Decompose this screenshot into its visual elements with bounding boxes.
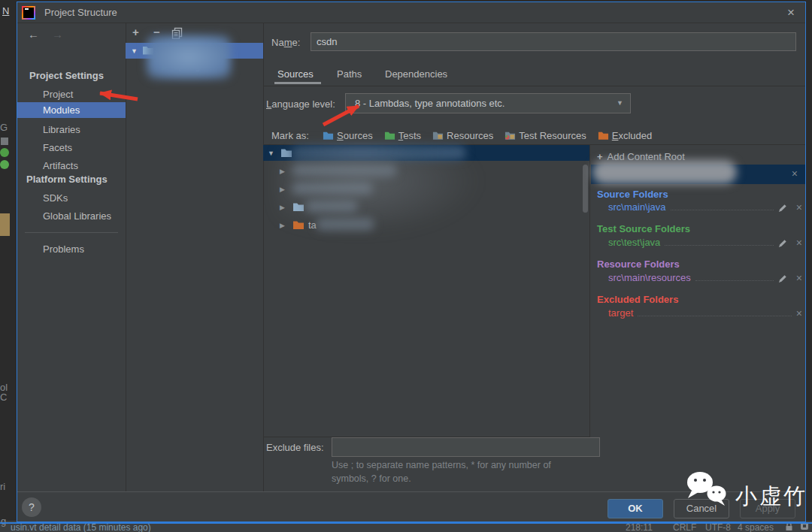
background-menu-fragment: N xyxy=(2,5,9,17)
background-fragment: g xyxy=(1,515,6,527)
test-source-folder-row[interactable]: src\test\java × xyxy=(608,237,802,248)
tab-dependencies[interactable]: Dependencies xyxy=(385,68,447,80)
expanded-icon[interactable]: ▼ xyxy=(268,150,274,157)
source-folder-path: src\main\java xyxy=(608,201,666,213)
sidebar-item-project[interactable]: Project xyxy=(17,86,126,102)
module-name-input[interactable] xyxy=(311,32,796,51)
resource-folders-title: Resource Folders xyxy=(597,258,680,270)
remove-folder-icon[interactable]: × xyxy=(796,202,802,213)
project-settings-heading: Project Settings xyxy=(29,70,104,81)
exclude-files-hint: symbols, ? for one. xyxy=(332,473,411,484)
tabs-divider xyxy=(263,86,805,86)
test-resources-folder-icon xyxy=(504,131,516,141)
settings-sidebar: ← → Project Settings Project Modules Lib… xyxy=(17,23,126,491)
sidebar-item-global-libraries[interactable]: Global Libraries xyxy=(17,208,126,224)
sidebar-divider xyxy=(25,232,118,233)
back-arrow-icon[interactable]: ← xyxy=(28,28,39,41)
test-source-folders-title: Test Source Folders xyxy=(597,223,690,234)
sidebar-item-libraries[interactable]: Libraries xyxy=(17,122,126,138)
edit-pencil-icon[interactable] xyxy=(778,274,787,283)
resource-folder-path: src\main\resources xyxy=(608,272,691,283)
selected-tab-underline xyxy=(274,82,321,84)
exclude-files-hint: Use ; to separate name patterns, * for a… xyxy=(332,460,551,470)
mark-as-sources[interactable]: Sources xyxy=(323,130,373,141)
content-root-tree: ▼ ▶ ▶ ▶ ▶ ta xyxy=(263,145,589,438)
window-focus-line xyxy=(0,522,812,524)
mark-as-excluded[interactable]: Excluded xyxy=(598,130,652,141)
intellij-logo-icon xyxy=(22,6,35,20)
censor-halo xyxy=(278,145,481,235)
dialog-title: Project Structure xyxy=(44,7,117,18)
censor-blob xyxy=(147,35,231,79)
background-fragment: G xyxy=(0,122,8,133)
background-fragment: C xyxy=(0,391,7,403)
add-module-button[interactable]: + xyxy=(132,26,139,38)
test-source-folder-path: src\test\java xyxy=(608,237,660,248)
exclude-files-input[interactable] xyxy=(332,437,600,457)
ok-button[interactable]: OK xyxy=(607,499,663,518)
forward-arrow-icon[interactable]: → xyxy=(52,28,63,41)
remove-folder-icon[interactable]: × xyxy=(796,308,802,319)
project-structure-dialog: Project Structure × ← → Project Settings… xyxy=(17,2,806,522)
mark-as-resources[interactable]: Resources xyxy=(432,130,493,141)
close-icon[interactable]: × xyxy=(787,5,795,20)
mark-as-tests[interactable]: Tests xyxy=(384,130,421,141)
sources-folder-icon xyxy=(323,131,334,141)
background-fragment: ri xyxy=(0,481,5,492)
language-level-value: 8 - Lambdas, type annotations etc. xyxy=(355,98,504,109)
excluded-folder-icon xyxy=(598,131,609,141)
sidebar-item-problems[interactable]: Problems xyxy=(17,241,126,257)
wechat-icon xyxy=(683,471,731,509)
edit-pencil-icon[interactable] xyxy=(778,204,787,213)
mark-as-test-resources[interactable]: Test Resources xyxy=(504,130,586,141)
excluded-folder-path: target xyxy=(608,307,633,319)
mark-as-label: Mark as: xyxy=(271,130,323,141)
background-green-icon xyxy=(0,148,9,157)
sidebar-item-modules[interactable]: Modules xyxy=(17,102,126,118)
language-level-label: Language level: xyxy=(266,98,335,110)
panel-divider xyxy=(126,23,126,491)
tree-right-divider xyxy=(589,145,590,438)
sidebar-item-artifacts[interactable]: Artifacts xyxy=(17,158,126,174)
chevron-down-icon: ▼ xyxy=(617,99,623,107)
expanded-icon: ▼ xyxy=(131,47,138,55)
platform-settings-heading: Platform Settings xyxy=(26,174,108,185)
tests-folder-icon xyxy=(384,131,395,141)
source-folders-title: Source Folders xyxy=(597,189,668,200)
sidebar-item-facets[interactable]: Facets xyxy=(17,140,126,156)
background-tan-fragment xyxy=(0,213,10,236)
watermark: 小虚竹 xyxy=(683,471,807,512)
edit-pencil-icon[interactable] xyxy=(778,239,787,248)
remove-content-root-icon[interactable]: × xyxy=(792,168,798,179)
censor-blob xyxy=(592,160,737,184)
language-level-combo[interactable]: 8 - Lambdas, type annotations etc. ▼ xyxy=(345,93,631,113)
sidebar-item-sdks[interactable]: SDKs xyxy=(17,190,126,206)
mark-as-row: Mark as: Sources Tests Resources Test Re… xyxy=(271,130,652,141)
tab-sources[interactable]: Sources xyxy=(277,68,314,80)
resource-folder-row[interactable]: src\main\resources × xyxy=(608,272,802,283)
exclude-files-label: Exclude files: xyxy=(266,442,324,453)
excluded-folders-title: Excluded Folders xyxy=(597,294,678,305)
tree-scrollbar-thumb[interactable] xyxy=(583,165,588,213)
background-green-icon xyxy=(0,160,9,169)
help-button[interactable]: ? xyxy=(22,497,41,517)
remove-folder-icon[interactable]: × xyxy=(796,237,802,248)
excluded-folder-row[interactable]: target × xyxy=(608,307,802,319)
source-folder-row[interactable]: src\main\java × xyxy=(608,201,802,213)
background-icon-fragment xyxy=(1,138,8,145)
watermark-text: 小虚竹 xyxy=(735,482,807,512)
dialog-titlebar[interactable]: Project Structure × xyxy=(17,2,805,23)
name-label: Name: xyxy=(271,37,300,48)
screen: N G ol C ri g usin.vt detail data (15 mi… xyxy=(0,0,812,532)
resources-folder-icon xyxy=(432,131,444,141)
remove-folder-icon[interactable]: × xyxy=(796,273,802,283)
tab-paths[interactable]: Paths xyxy=(337,68,362,80)
